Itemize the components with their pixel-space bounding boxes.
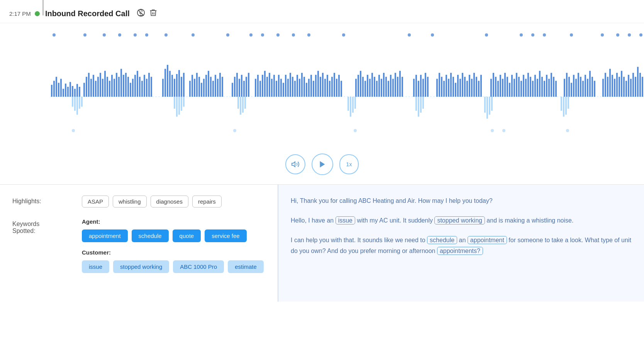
svg-rect-104 — [241, 75, 242, 97]
agent-tag-appointment[interactable]: appointment — [82, 229, 128, 242]
svg-rect-160 — [388, 81, 389, 97]
svg-rect-65 — [130, 83, 131, 97]
svg-rect-126 — [297, 75, 298, 97]
keyword-appointments: appointments? — [437, 247, 483, 255]
svg-rect-273 — [415, 97, 417, 111]
svg-rect-205 — [516, 73, 517, 97]
svg-rect-210 — [527, 73, 529, 97]
svg-rect-194 — [490, 79, 492, 97]
svg-rect-157 — [381, 79, 382, 97]
highlight-tag-diagnoses[interactable]: diagnoses — [151, 196, 188, 207]
svg-rect-190 — [473, 73, 475, 97]
agent-tag-schedule[interactable]: schedule — [132, 229, 169, 242]
mute-icon[interactable] — [137, 8, 145, 19]
svg-rect-259 — [81, 97, 83, 107]
svg-rect-123 — [290, 73, 291, 97]
keywords-label: KeywordsSpotted: — [12, 218, 82, 234]
customer-tag-abc1000pro[interactable]: ABC 1000 Pro — [173, 260, 224, 273]
svg-rect-148 — [360, 71, 361, 97]
svg-rect-135 — [317, 71, 319, 97]
svg-rect-48 — [90, 79, 92, 97]
svg-rect-115 — [271, 79, 273, 97]
svg-rect-80 — [174, 79, 175, 97]
svg-rect-264 — [183, 97, 185, 107]
svg-rect-199 — [502, 79, 503, 97]
svg-rect-197 — [497, 81, 499, 97]
svg-rect-132 — [310, 75, 312, 97]
svg-rect-58 — [114, 79, 115, 97]
svg-rect-109 — [257, 75, 259, 97]
agent-tag-quote[interactable]: quote — [173, 229, 201, 242]
svg-rect-86 — [192, 75, 193, 97]
svg-rect-198 — [500, 75, 501, 97]
keyword-schedule: schedule — [427, 236, 457, 244]
svg-rect-94 — [210, 77, 212, 97]
highlights-tags: ASAP whistling diagnoses repairs — [82, 196, 265, 207]
svg-rect-189 — [471, 79, 473, 97]
svg-rect-191 — [476, 77, 477, 97]
svg-point-5 — [53, 34, 56, 37]
svg-point-29 — [628, 34, 631, 37]
svg-rect-40 — [69, 82, 71, 97]
svg-point-16 — [276, 34, 280, 37]
svg-rect-223 — [564, 79, 565, 97]
svg-rect-154 — [374, 77, 375, 97]
svg-rect-246 — [623, 77, 625, 97]
svg-point-7 — [103, 34, 106, 37]
highlight-tag-repairs[interactable]: repairs — [192, 196, 222, 207]
svg-point-23 — [520, 34, 523, 37]
svg-point-8 — [118, 34, 121, 37]
svg-rect-133 — [313, 81, 314, 97]
highlights-section: Highlights: ASAP whistling diagnoses rep… — [12, 196, 265, 207]
svg-rect-252 — [637, 67, 639, 96]
svg-rect-62 — [123, 75, 124, 97]
svg-rect-236 — [594, 81, 595, 97]
svg-rect-97 — [217, 79, 219, 97]
svg-rect-71 — [144, 75, 145, 97]
svg-point-25 — [543, 34, 546, 37]
svg-rect-140 — [329, 81, 330, 97]
highlight-tag-asap[interactable]: ASAP — [82, 196, 109, 207]
customer-tag-stopped-working[interactable]: stopped working — [113, 260, 169, 273]
svg-rect-254 — [642, 77, 643, 97]
agent-tag-service-fee[interactable]: service fee — [205, 229, 247, 242]
svg-rect-172 — [425, 73, 426, 97]
svg-rect-175 — [439, 73, 440, 97]
svg-rect-55 — [107, 77, 108, 97]
customer-tag-issue[interactable]: issue — [82, 260, 109, 273]
speed-button[interactable]: 1x — [339, 154, 359, 174]
svg-rect-234 — [589, 71, 591, 97]
svg-point-290 — [566, 129, 569, 132]
svg-rect-60 — [118, 77, 120, 97]
svg-rect-103 — [239, 79, 240, 97]
svg-rect-184 — [459, 79, 461, 97]
svg-rect-249 — [630, 79, 632, 97]
volume-button[interactable] — [285, 154, 305, 174]
highlight-tag-whistling[interactable]: whistling — [113, 196, 147, 207]
customer-tag-estimate[interactable]: estimate — [228, 260, 264, 273]
svg-point-30 — [639, 34, 642, 37]
keywords-section: KeywordsSpotted: Agent: appointment sche… — [12, 218, 265, 280]
svg-point-10 — [145, 34, 148, 37]
svg-rect-66 — [132, 79, 134, 97]
svg-rect-276 — [422, 97, 424, 109]
svg-rect-139 — [327, 75, 328, 97]
svg-rect-206 — [518, 77, 520, 97]
trash-icon[interactable] — [149, 8, 158, 19]
svg-rect-125 — [294, 81, 296, 97]
play-button[interactable] — [312, 153, 333, 175]
svg-rect-99 — [222, 77, 223, 97]
svg-rect-136 — [320, 77, 321, 97]
svg-rect-181 — [452, 77, 454, 97]
svg-rect-167 — [413, 79, 415, 97]
svg-rect-106 — [246, 77, 247, 97]
svg-rect-147 — [358, 75, 359, 97]
keyword-stopped-working: stopped working — [434, 216, 485, 224]
svg-rect-216 — [541, 77, 543, 97]
svg-rect-35 — [58, 83, 59, 97]
svg-rect-268 — [244, 97, 246, 109]
waveform[interactable] — [0, 23, 644, 147]
svg-rect-218 — [546, 75, 547, 97]
svg-rect-196 — [495, 77, 497, 97]
svg-rect-116 — [273, 75, 275, 97]
